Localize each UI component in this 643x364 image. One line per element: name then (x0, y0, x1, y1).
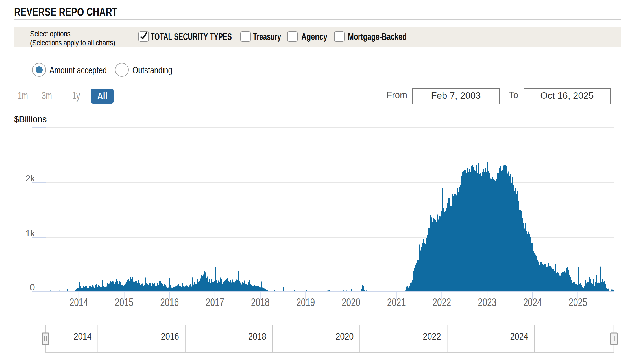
svg-text:2024: 2024 (523, 296, 542, 308)
svg-text:2022: 2022 (432, 296, 451, 308)
svg-text:2017: 2017 (206, 296, 224, 308)
svg-text:2019: 2019 (296, 296, 315, 308)
svg-text:2016: 2016 (161, 330, 179, 342)
svg-text:2014: 2014 (74, 330, 92, 342)
svg-text:2k: 2k (25, 173, 35, 183)
svg-text:0: 0 (30, 282, 35, 292)
svg-text:2024: 2024 (510, 330, 528, 342)
svg-text:2023: 2023 (478, 296, 496, 308)
svg-text:2014: 2014 (69, 296, 88, 308)
svg-text:1k: 1k (25, 228, 35, 238)
svg-text:2021: 2021 (387, 296, 406, 308)
svg-text:2020: 2020 (335, 330, 354, 342)
svg-text:2016: 2016 (160, 296, 179, 308)
svg-text:2025: 2025 (569, 296, 587, 308)
svg-text:2020: 2020 (342, 296, 360, 308)
svg-text:2018: 2018 (248, 330, 266, 342)
svg-text:2018: 2018 (251, 296, 270, 308)
svg-text:2015: 2015 (115, 296, 134, 308)
svg-text:2022: 2022 (423, 330, 441, 342)
